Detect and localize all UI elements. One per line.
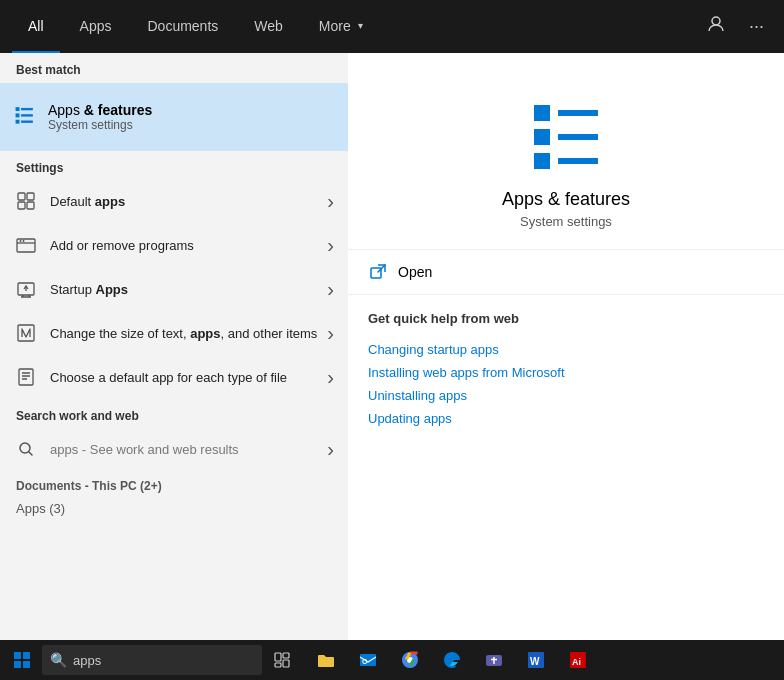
svg-rect-2 bbox=[21, 108, 33, 110]
svg-rect-21 bbox=[558, 134, 598, 140]
taskbar-teams[interactable] bbox=[474, 645, 514, 675]
add-remove-label: Add or remove programs bbox=[50, 238, 327, 253]
app-name-label: Apps & features bbox=[502, 189, 630, 210]
svg-rect-27 bbox=[14, 661, 21, 668]
help-link-2[interactable]: Uninstalling apps bbox=[368, 384, 764, 407]
nav-right-buttons: ··· bbox=[699, 11, 772, 42]
taskbar-search-wrapper[interactable]: 🔍 bbox=[42, 645, 262, 675]
startup-apps-icon bbox=[14, 277, 38, 301]
taskbar-search-input[interactable] bbox=[73, 653, 254, 668]
taskbar-outlook[interactable]: O bbox=[348, 645, 388, 675]
chevron-right-icon-5 bbox=[327, 366, 334, 389]
help-link-0[interactable]: Changing startup apps bbox=[368, 338, 764, 361]
ellipsis-icon-button[interactable]: ··· bbox=[741, 12, 772, 41]
svg-rect-18 bbox=[534, 105, 550, 121]
best-match-title: Apps & features bbox=[48, 102, 334, 118]
tab-all[interactable]: All bbox=[12, 0, 60, 53]
quick-help-title: Get quick help from web bbox=[368, 311, 764, 326]
svg-rect-31 bbox=[283, 660, 289, 667]
taskbar-acrobat[interactable]: Ai bbox=[558, 645, 598, 675]
best-match-text: Apps & features System settings bbox=[48, 102, 334, 132]
svg-rect-28 bbox=[23, 661, 30, 668]
add-remove-icon bbox=[14, 233, 38, 257]
taskbar-chrome[interactable] bbox=[390, 645, 430, 675]
svg-rect-6 bbox=[21, 121, 33, 123]
menu-item-add-remove[interactable]: Add or remove programs bbox=[0, 223, 348, 267]
text-size-label: Change the size of text, apps, and other… bbox=[50, 326, 327, 341]
open-label-text: Open bbox=[398, 264, 432, 280]
taskbar-search-icon: 🔍 bbox=[50, 652, 67, 668]
right-panel: Apps & features System settings Open Get… bbox=[348, 53, 784, 640]
text-size-icon bbox=[14, 321, 38, 345]
taskbar-edge[interactable] bbox=[432, 645, 472, 675]
default-file-app-label: Choose a default app for each type of fi… bbox=[50, 370, 327, 385]
quick-help-section: Get quick help from web Changing startup… bbox=[348, 295, 784, 438]
menu-item-default-apps[interactable]: Default apps bbox=[0, 179, 348, 223]
chevron-right-icon-4 bbox=[327, 322, 334, 345]
best-match-header: Best match bbox=[0, 53, 348, 83]
svg-rect-23 bbox=[558, 158, 598, 164]
svg-rect-32 bbox=[275, 663, 281, 667]
svg-rect-8 bbox=[27, 193, 34, 200]
svg-rect-4 bbox=[21, 114, 33, 116]
open-icon bbox=[368, 262, 388, 282]
left-panel: Best match Apps & features System set bbox=[0, 53, 348, 640]
chevron-right-icon-2 bbox=[327, 234, 334, 257]
svg-rect-22 bbox=[534, 153, 550, 169]
tab-more[interactable]: More ▾ bbox=[303, 0, 379, 53]
svg-text:Ai: Ai bbox=[572, 657, 581, 667]
chevron-right-icon-3 bbox=[327, 278, 334, 301]
svg-rect-15 bbox=[18, 325, 34, 341]
svg-rect-25 bbox=[14, 652, 21, 659]
menu-item-default-file-app[interactable]: Choose a default app for each type of fi… bbox=[0, 355, 348, 399]
best-match-item[interactable]: Apps & features System settings bbox=[0, 83, 348, 151]
app-subtitle-label: System settings bbox=[520, 214, 612, 229]
help-link-3[interactable]: Updating apps bbox=[368, 407, 764, 430]
tab-documents[interactable]: Documents bbox=[131, 0, 234, 53]
menu-item-text-size[interactable]: Change the size of text, apps, and other… bbox=[0, 311, 348, 355]
svg-rect-9 bbox=[18, 202, 25, 209]
taskbar-apps: O bbox=[306, 645, 598, 675]
tab-web[interactable]: Web bbox=[238, 0, 299, 53]
tab-apps[interactable]: Apps bbox=[64, 0, 128, 53]
default-file-app-icon bbox=[14, 365, 38, 389]
task-view-button[interactable] bbox=[264, 645, 300, 675]
open-button[interactable]: Open bbox=[348, 250, 784, 295]
chevron-right-icon bbox=[327, 190, 334, 213]
menu-item-startup-apps[interactable]: Startup Apps bbox=[0, 267, 348, 311]
svg-rect-30 bbox=[283, 653, 289, 658]
apps-count-text: Apps (3) bbox=[0, 497, 348, 524]
app-info-section: Apps & features System settings bbox=[348, 53, 784, 250]
search-work-item[interactable]: apps - See work and web results bbox=[0, 427, 348, 471]
search-icon bbox=[14, 437, 38, 461]
windows-start-button[interactable] bbox=[4, 645, 40, 675]
svg-text:W: W bbox=[530, 656, 540, 667]
taskbar: 🔍 O bbox=[0, 640, 784, 680]
svg-rect-26 bbox=[23, 652, 30, 659]
default-apps-icon bbox=[14, 189, 38, 213]
svg-point-12 bbox=[20, 240, 22, 242]
svg-rect-5 bbox=[16, 120, 20, 124]
chevron-right-icon-6 bbox=[327, 438, 334, 461]
svg-rect-29 bbox=[275, 653, 281, 661]
svg-rect-19 bbox=[558, 110, 598, 116]
help-link-1[interactable]: Installing web apps from Microsoft bbox=[368, 361, 764, 384]
search-work-header: Search work and web bbox=[0, 399, 348, 427]
apps-features-icon bbox=[14, 104, 36, 130]
taskbar-word[interactable]: W bbox=[516, 645, 556, 675]
taskbar-file-explorer[interactable] bbox=[306, 645, 346, 675]
svg-rect-3 bbox=[16, 113, 20, 117]
person-icon-button[interactable] bbox=[699, 11, 733, 42]
svg-rect-1 bbox=[16, 107, 20, 111]
startup-apps-label: Startup Apps bbox=[50, 282, 327, 297]
main-area: Best match Apps & features System set bbox=[0, 53, 784, 640]
app-icon-large bbox=[526, 93, 606, 173]
svg-rect-16 bbox=[19, 369, 33, 385]
svg-rect-20 bbox=[534, 129, 550, 145]
best-match-subtitle: System settings bbox=[48, 118, 334, 132]
svg-rect-10 bbox=[27, 202, 34, 209]
top-navigation: All Apps Documents Web More ▾ ··· bbox=[0, 0, 784, 53]
settings-section-header: Settings bbox=[0, 151, 348, 179]
chevron-down-icon: ▾ bbox=[358, 20, 363, 31]
svg-text:O: O bbox=[362, 658, 368, 665]
